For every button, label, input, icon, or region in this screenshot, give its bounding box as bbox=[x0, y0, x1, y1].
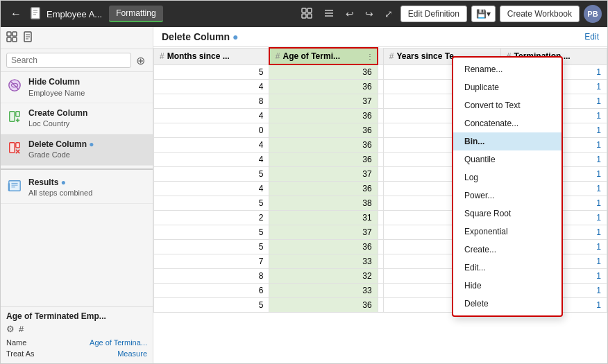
avatar[interactable]: PB bbox=[584, 5, 602, 23]
field-hash-icon[interactable]: # bbox=[19, 324, 24, 334]
table-cell: 5 bbox=[154, 196, 269, 211]
table-cell bbox=[378, 123, 383, 138]
grid-view-btn[interactable] bbox=[298, 6, 316, 23]
undo-btn[interactable]: ↩ bbox=[342, 6, 357, 21]
context-menu-item-square-root[interactable]: Square Root bbox=[453, 205, 561, 223]
table-cell: 38 bbox=[269, 196, 378, 211]
step-hide-column-subtitle: Employee Name bbox=[28, 88, 147, 98]
svg-rect-13 bbox=[7, 37, 11, 42]
table-cell bbox=[378, 182, 383, 196]
step-results-title: Results ● bbox=[28, 177, 147, 189]
table-cell bbox=[378, 284, 383, 298]
col-age-terminated: #Age of Termi... ⋮ bbox=[269, 48, 378, 64]
field-name-label: Name bbox=[6, 338, 26, 347]
field-settings-icon[interactable]: ⚙ bbox=[6, 324, 15, 334]
table-cell: 36 bbox=[269, 109, 378, 123]
table-cell: 4 bbox=[154, 153, 269, 167]
create-column-icon bbox=[6, 108, 23, 125]
context-menu-item-concatenate---[interactable]: Concatenate... bbox=[453, 114, 561, 132]
field-panel: Age of Terminated Emp... ⚙ # Name Age of… bbox=[1, 306, 153, 363]
content-title: Delete Column● bbox=[162, 31, 584, 42]
list-view-btn[interactable] bbox=[320, 6, 338, 23]
sidebar-icon-grid[interactable] bbox=[6, 31, 17, 44]
results-icon bbox=[6, 177, 23, 194]
step-item-results[interactable]: Results ● All steps combined bbox=[1, 173, 153, 204]
table-cell: 37 bbox=[269, 225, 378, 240]
field-treat-as-row: Treat As Measure bbox=[6, 348, 147, 359]
create-workbook-button[interactable]: Create Workbook bbox=[500, 6, 580, 22]
table-cell: 4 bbox=[154, 80, 269, 94]
doc-icon bbox=[30, 7, 42, 21]
table-cell bbox=[378, 298, 383, 313]
table-cell: 36 bbox=[269, 182, 378, 196]
step-item-hide-column[interactable]: Hide Column Employee Name bbox=[1, 72, 153, 103]
table-cell bbox=[378, 153, 383, 167]
add-step-button[interactable]: ⊕ bbox=[134, 54, 147, 67]
svg-rect-6 bbox=[302, 14, 306, 18]
step-delete-column-subtitle: Grade Code bbox=[28, 150, 147, 159]
step-item-create-column[interactable]: Create Column Loc Country bbox=[1, 103, 153, 135]
table-cell: 5 bbox=[154, 225, 269, 240]
context-menu-item-rename---[interactable]: Rename... bbox=[453, 60, 561, 78]
table-cell bbox=[378, 138, 383, 153]
table-cell: 5 bbox=[154, 64, 269, 80]
main-area: ⊕ Hide Column Employee Name bbox=[1, 27, 607, 363]
step-results-subtitle: All steps combined bbox=[28, 188, 147, 198]
svg-rect-22 bbox=[10, 112, 15, 122]
svg-rect-23 bbox=[16, 112, 19, 116]
table-cell: 5 bbox=[154, 298, 269, 313]
table-cell: 2 bbox=[154, 211, 269, 225]
tab-formatting[interactable]: Formatting bbox=[109, 6, 162, 22]
table-cell: 5 bbox=[154, 167, 269, 182]
fullscreen-btn[interactable]: ⤢ bbox=[381, 6, 396, 21]
hide-column-icon bbox=[6, 77, 23, 94]
field-panel-title: Age of Terminated Emp... bbox=[6, 311, 147, 321]
table-cell: 36 bbox=[269, 138, 378, 153]
svg-rect-7 bbox=[307, 14, 312, 18]
table-cell: 8 bbox=[154, 94, 269, 109]
sidebar-top-icons bbox=[1, 27, 153, 49]
steps-list: Hide Column Employee Name bbox=[1, 72, 153, 306]
table-cell: 36 bbox=[269, 123, 378, 138]
step-create-column-title: Create Column bbox=[28, 108, 147, 119]
context-menu-item-exponential[interactable]: Exponential bbox=[453, 223, 561, 241]
step-item-delete-column[interactable]: Delete Column ● Grade Code bbox=[1, 135, 153, 166]
sidebar-divider bbox=[1, 168, 153, 170]
context-menu-item-edit---[interactable]: Edit... bbox=[453, 259, 561, 277]
context-menu-item-log[interactable]: Log bbox=[453, 168, 561, 187]
save-chevron: ▾ bbox=[487, 9, 491, 19]
save-dropdown-button[interactable]: 💾 ▾ bbox=[471, 6, 496, 22]
table-cell bbox=[378, 269, 383, 284]
svg-rect-14 bbox=[12, 37, 17, 42]
table-cell: 36 bbox=[269, 298, 378, 313]
sidebar-icon-doc[interactable] bbox=[23, 31, 34, 44]
context-menu-item-delete[interactable]: Delete bbox=[453, 295, 561, 313]
table-cell: 32 bbox=[269, 269, 378, 284]
edit-button[interactable]: Edit bbox=[584, 32, 599, 42]
search-row: ⊕ bbox=[1, 49, 153, 72]
step-hide-column-title: Hide Column bbox=[28, 77, 147, 88]
context-menu-item-convert-to-text[interactable]: Convert to Text bbox=[453, 96, 561, 114]
field-name-value: Age of Termina... bbox=[90, 338, 147, 347]
back-button[interactable]: ← bbox=[6, 6, 26, 21]
context-menu-item-create---[interactable]: Create... bbox=[453, 241, 561, 259]
table-cell bbox=[378, 196, 383, 211]
context-menu-item-quantile[interactable]: Quantile bbox=[453, 150, 561, 168]
table-cell bbox=[378, 167, 383, 182]
context-menu-item-power---[interactable]: Power... bbox=[453, 187, 561, 205]
redo-btn[interactable]: ↪ bbox=[362, 6, 377, 21]
table-cell: 4 bbox=[154, 109, 269, 123]
context-menu: Rename...DuplicateConvert to TextConcate… bbox=[452, 56, 563, 317]
context-menu-item-duplicate[interactable]: Duplicate bbox=[453, 78, 561, 96]
save-icon: 💾 bbox=[476, 9, 487, 19]
col-menu-button[interactable]: ⋮ bbox=[364, 52, 375, 61]
edit-definition-button[interactable]: Edit Definition bbox=[400, 6, 467, 22]
context-menu-item-bin---[interactable]: Bin... bbox=[453, 132, 561, 150]
table-cell: 36 bbox=[269, 80, 378, 94]
search-input[interactable] bbox=[6, 53, 131, 68]
content-area: Delete Column● Edit #Months since ... #A… bbox=[153, 27, 607, 363]
field-treat-as-value: Measure bbox=[117, 349, 147, 358]
field-name-row: Name Age of Termina... bbox=[6, 337, 147, 348]
context-menu-item-hide[interactable]: Hide bbox=[453, 277, 561, 295]
app-title: Employee A... bbox=[47, 9, 102, 19]
